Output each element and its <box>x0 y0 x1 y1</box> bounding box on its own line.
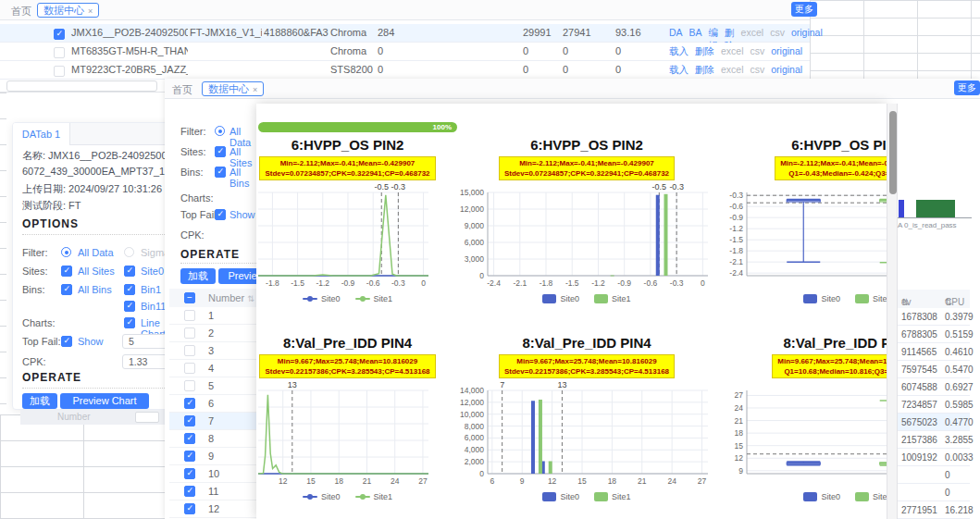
row-checkbox[interactable] <box>184 433 195 444</box>
scrollbar-thumb[interactable] <box>889 111 897 194</box>
vertical-scrollbar[interactable] <box>887 104 898 519</box>
tab-data-center[interactable]: 数据中心× <box>37 3 99 18</box>
legend-item[interactable]: Site0 <box>542 294 579 303</box>
close-icon[interactable]: × <box>88 6 93 16</box>
checkbox-site0[interactable] <box>124 266 135 277</box>
number-row[interactable]: 11 <box>169 483 256 500</box>
chart-cell[interactable]: 6:HVPP_OS PIN2Min=-2.112;Max=-0.41;Mean=… <box>257 131 438 322</box>
chart-cell[interactable]: 6:HVPP_OS PIN2Min=-2.112;Max=-0.41;Mean=… <box>719 131 887 322</box>
action-link[interactable]: 载入 <box>669 64 688 77</box>
close-icon[interactable]: × <box>253 85 257 94</box>
number-row[interactable]: 4 <box>169 360 256 377</box>
legend-item[interactable]: Site0 <box>542 492 579 501</box>
legend-item[interactable]: Site0 <box>803 492 840 501</box>
checkbox-all-sites[interactable] <box>61 266 72 277</box>
chart-cell[interactable]: 6:HVPP_OS PIN2Min=-2.112;Max=-0.41;Mean=… <box>460 131 713 322</box>
stats-row[interactable]: 21573863.2855 <box>898 431 970 449</box>
stats-row[interactable]: 0 <box>898 466 970 484</box>
stats-row[interactable]: 60745880.6927 <box>898 378 970 396</box>
stats-row[interactable]: 72348570.5985 <box>898 396 970 414</box>
number-row[interactable]: 2 <box>169 325 256 342</box>
legend-item[interactable]: Site1 <box>355 294 393 303</box>
stats-row[interactable]: 16783080.3979 <box>898 308 970 326</box>
preview-chart-button[interactable]: Preview Chart <box>60 393 149 409</box>
more-button[interactable]: 更多 <box>791 2 817 17</box>
action-link[interactable]: 载入 <box>669 45 688 58</box>
more-button[interactable]: 更多 <box>954 80 980 95</box>
action-link[interactable]: 删除 <box>695 64 714 77</box>
legend-item[interactable]: Site0 <box>803 294 840 303</box>
radio-all-data[interactable] <box>61 247 71 257</box>
preview-chart-button[interactable]: Preview Chart <box>218 268 256 284</box>
action-link[interactable]: csv <box>751 64 765 77</box>
chart-cell[interactable]: 8:Val_Pre_IDD PIN4Min=9.667;Max=25.748;M… <box>460 329 713 519</box>
row-checkbox[interactable] <box>184 451 195 462</box>
number-row[interactable]: 1 <box>169 307 256 325</box>
radio-all-data[interactable] <box>215 126 225 136</box>
row-checkbox[interactable] <box>184 310 195 321</box>
row-checkbox[interactable] <box>184 503 195 514</box>
number-row[interactable]: 6 <box>169 395 256 413</box>
checkbox-bin1[interactable] <box>124 284 135 295</box>
row-checkbox[interactable] <box>184 327 195 339</box>
number-row[interactable]: 12 <box>169 500 256 518</box>
number-row[interactable]: 10 <box>169 465 256 483</box>
legend-item[interactable]: Site1 <box>855 492 887 501</box>
checkbox-line-chart[interactable] <box>124 317 135 328</box>
load-button[interactable]: 加载 <box>180 268 216 284</box>
checkbox-select-all[interactable] <box>184 292 195 303</box>
row-checkbox[interactable] <box>184 345 195 356</box>
legend-item[interactable]: Site1 <box>594 492 631 501</box>
stats-row[interactable]: 277195116.218 <box>898 501 970 519</box>
number-row[interactable]: 3 <box>169 342 256 360</box>
tab-home[interactable]: 首页 <box>11 5 31 19</box>
stats-row[interactable]: 67883050.5159 <box>898 326 970 343</box>
number-row[interactable]: 5 <box>169 377 256 395</box>
radio-sigma[interactable] <box>124 247 134 257</box>
legend-item[interactable]: Site1 <box>594 294 631 303</box>
small-input[interactable] <box>135 412 159 423</box>
action-link[interactable]: original <box>771 45 802 58</box>
number-row[interactable]: 8 <box>169 430 256 448</box>
action-link[interactable]: csv <box>751 45 765 58</box>
tab-home[interactable]: 首页 <box>172 83 192 97</box>
stats-row[interactable]: 56750230.4770 <box>898 414 970 431</box>
row-checkbox[interactable] <box>184 486 195 497</box>
row-checkbox[interactable] <box>54 66 65 77</box>
number-column-header[interactable]: Number ⇅ <box>208 292 254 303</box>
chart-cell[interactable]: 8:Val_Pre_IDD PIN4Min=9.667;Max=25.748;M… <box>257 329 438 519</box>
legend-item[interactable]: Site1 <box>355 492 393 501</box>
checkbox-all-sites[interactable] <box>215 146 226 157</box>
stats-row[interactable]: 10091920.0033 <box>898 449 970 466</box>
legend-item[interactable]: Site1 <box>855 294 887 303</box>
action-link[interactable]: excel <box>721 45 744 58</box>
stats-row[interactable]: 91145650.4610 <box>898 343 970 361</box>
table-row[interactable]: JMX16__PO2B-240925004_9098_FT_20...FT-JM… <box>0 24 810 43</box>
row-checkbox[interactable] <box>184 398 195 409</box>
action-link[interactable]: 删除 <box>695 45 714 58</box>
row-checkbox[interactable] <box>184 468 195 479</box>
checkbox-all-bins[interactable] <box>61 284 72 295</box>
legend-item[interactable]: Site0 <box>303 492 341 501</box>
row-checkbox[interactable] <box>54 29 65 40</box>
load-button[interactable]: 加载 <box>22 393 57 409</box>
legend-item[interactable]: Site0 <box>303 294 341 303</box>
checkbox-all-bins[interactable] <box>215 167 226 178</box>
checkbox-topfail-show[interactable] <box>215 209 226 220</box>
stats-row[interactable]: 0 <box>898 484 970 501</box>
tab-data-center[interactable]: 数据中心× <box>202 81 264 96</box>
action-link[interactable]: excel <box>721 64 744 77</box>
row-checkbox[interactable] <box>184 363 195 374</box>
checkbox-topfail-show[interactable] <box>61 336 72 347</box>
row-checkbox[interactable] <box>184 380 195 391</box>
table-row[interactable]: MT9223CT-20BR5_JAZZ_A1+JAZZ_PP_...STS820… <box>0 61 810 80</box>
number-row[interactable]: 7 <box>169 413 256 430</box>
chart-cell[interactable]: 8:Val_Pre_IDD PIN4Min=9.667;Max=25.748;M… <box>719 329 887 519</box>
top-window-input[interactable] <box>6 80 157 92</box>
row-checkbox[interactable] <box>184 415 195 426</box>
number-row[interactable]: 9 <box>169 448 256 465</box>
table-row[interactable]: MT6835GT-M5H-R_THANOS_B1+QMG1...Chroma00… <box>0 43 810 61</box>
checkbox-bin11[interactable] <box>124 301 135 312</box>
stats-row[interactable]: 75975450.5470 <box>898 361 970 378</box>
row-checkbox[interactable] <box>54 47 65 58</box>
